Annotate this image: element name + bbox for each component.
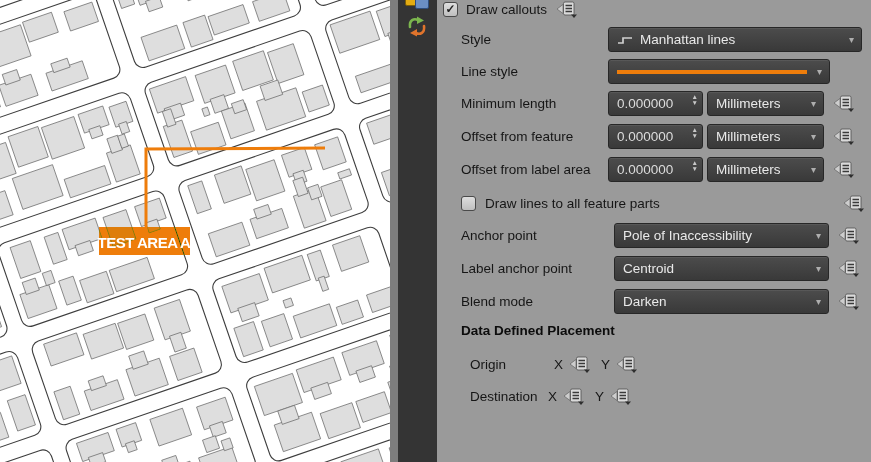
origin-y-override-icon[interactable] xyxy=(616,356,638,373)
line-style-select[interactable]: ▾ xyxy=(608,59,830,84)
label-anchor-point-label: Label anchor point xyxy=(461,261,608,276)
destination-label: Destination xyxy=(470,389,548,404)
chevron-down-icon: ▾ xyxy=(816,231,821,241)
data-defined-override-icon[interactable] xyxy=(556,1,578,18)
anchor-point-label: Anchor point xyxy=(461,228,608,243)
blend-mode-label: Blend mode xyxy=(461,294,608,309)
map-svg: TEST AREA A xyxy=(0,0,390,462)
map-label-text: TEST AREA A xyxy=(98,234,192,251)
minimum-length-input[interactable]: 0.000000 ▲▼ xyxy=(608,91,703,116)
chevron-down-icon: ▾ xyxy=(811,99,816,109)
map-canvas[interactable]: TEST AREA A xyxy=(0,0,390,462)
chevron-down-icon: ▾ xyxy=(811,132,816,142)
callouts-panel: ✓ Draw callouts Style Manhattan lines ▾ … xyxy=(437,0,871,462)
destination-y-override-icon[interactable] xyxy=(610,388,632,405)
data-defined-override-icon[interactable] xyxy=(838,260,860,277)
origin-label: Origin xyxy=(470,357,554,372)
draw-callouts-label: Draw callouts xyxy=(466,2,547,17)
anchor-point-select[interactable]: Pole of Inaccessibility ▾ xyxy=(614,223,829,248)
draw-lines-all-parts-checkbox[interactable] xyxy=(461,196,476,211)
style-value: Manhattan lines xyxy=(640,32,735,47)
labels-icon[interactable] xyxy=(405,0,429,10)
origin-x-override-icon[interactable] xyxy=(569,356,591,373)
chevron-down-icon: ▾ xyxy=(817,67,822,77)
draw-lines-all-parts-label: Draw lines to all feature parts xyxy=(485,196,660,211)
data-defined-override-icon[interactable] xyxy=(838,227,860,244)
spinner-arrows-icon[interactable]: ▲▼ xyxy=(692,160,698,172)
chevron-down-icon: ▾ xyxy=(816,264,821,274)
data-defined-override-icon[interactable] xyxy=(833,95,855,112)
line-style-swatch xyxy=(617,70,807,74)
offset-from-label-area-label: Offset from label area xyxy=(461,162,608,177)
origin-y-label: Y xyxy=(601,357,610,372)
draw-callouts-checkbox[interactable]: ✓ xyxy=(443,2,458,17)
chevron-down-icon: ▾ xyxy=(811,165,816,175)
data-defined-placement-header: Data Defined Placement xyxy=(461,323,615,338)
data-defined-override-icon[interactable] xyxy=(838,293,860,310)
manhattan-style-icon xyxy=(617,34,633,46)
blend-mode-select[interactable]: Darken ▾ xyxy=(614,289,829,314)
minimum-length-unit-select[interactable]: Millimeters ▾ xyxy=(707,91,824,116)
style-select[interactable]: Manhattan lines ▾ xyxy=(608,27,862,52)
data-defined-override-icon[interactable] xyxy=(833,161,855,178)
offset-from-feature-unit-select[interactable]: Millimeters ▾ xyxy=(707,124,824,149)
line-style-label: Line style xyxy=(461,64,608,79)
map-blocks xyxy=(0,0,390,462)
chevron-down-icon: ▾ xyxy=(816,297,821,307)
destination-x-override-icon[interactable] xyxy=(563,388,585,405)
data-defined-override-icon[interactable] xyxy=(843,195,865,212)
chevron-down-icon: ▾ xyxy=(849,35,854,45)
spinner-arrows-icon[interactable]: ▲▼ xyxy=(692,127,698,139)
style-label: Style xyxy=(461,32,608,47)
offset-from-feature-label: Offset from feature xyxy=(461,129,608,144)
data-defined-override-icon[interactable] xyxy=(833,128,855,145)
destination-y-label: Y xyxy=(595,389,604,404)
settings-tabstrip xyxy=(398,0,437,462)
spinner-arrows-icon[interactable]: ▲▼ xyxy=(692,94,698,106)
offset-from-label-area-input[interactable]: 0.000000 ▲▼ xyxy=(608,157,703,182)
destination-x-label: X xyxy=(548,389,557,404)
callouts-icon[interactable] xyxy=(405,15,429,38)
offset-from-feature-input[interactable]: 0.000000 ▲▼ xyxy=(608,124,703,149)
label-anchor-point-select[interactable]: Centroid ▾ xyxy=(614,256,829,281)
origin-x-label: X xyxy=(554,357,563,372)
offset-from-label-area-unit-select[interactable]: Millimeters ▾ xyxy=(707,157,824,182)
minimum-length-label: Minimum length xyxy=(461,96,608,111)
panel-splitter[interactable] xyxy=(390,0,398,462)
